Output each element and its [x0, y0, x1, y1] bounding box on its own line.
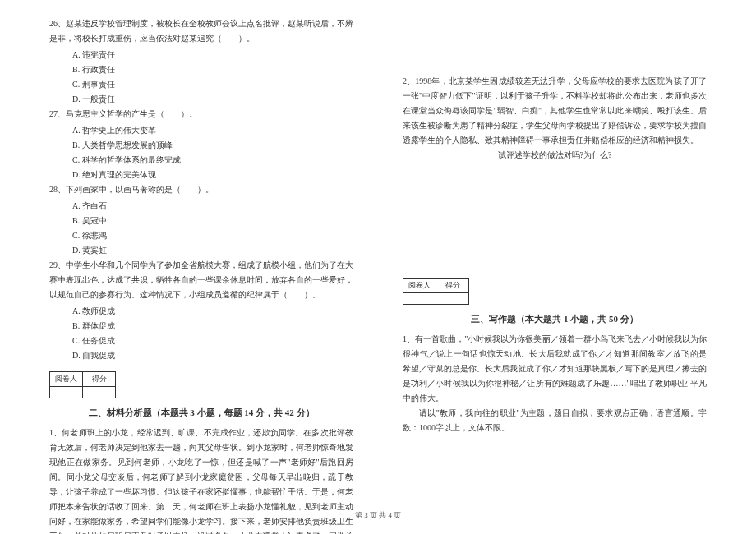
score-box3-grader-label: 阅卷人	[403, 279, 436, 293]
q29-stem: 29、中学生小华和几个同学为了参加全省航模大赛，组成了航模小组，他们为了在大赛中…	[49, 258, 353, 302]
q28-opt-b: B. 吴冠中	[72, 214, 353, 228]
section3-title: 三、写作题（本大题共 1 小题，共 50 分）	[403, 313, 707, 325]
q28-options: A. 齐白石 B. 吴冠中 C. 徐悲鸿 D. 黄宾虹	[49, 199, 353, 258]
right-column: 2、1998年，北京某学生因成绩较差无法升学，父母应学校的要求去医院为孩子开了一…	[378, 16, 715, 526]
q29-opt-a: A. 教师促成	[72, 304, 353, 319]
q27-stem: 27、马克思主义哲学的产生是（ ）。	[49, 107, 353, 122]
q27-options: A. 哲学史上的伟大变革 B. 人类哲学思想发展的顶峰 C. 科学的哲学体系的最…	[49, 123, 353, 182]
score-box-section2: 阅卷人 得分	[49, 371, 116, 398]
q26-stem: 26、赵某违反学校管理制度，被校长在全校教师会议上点名批评，赵某听说后，不辨是非…	[49, 16, 353, 46]
score-box-score-label: 得分	[83, 372, 116, 387]
score-box-section3: 阅卷人 得分	[403, 278, 469, 305]
q29-options: A. 教师促成 B. 群体促成 C. 任务促成 D. 自我促成	[49, 304, 353, 363]
q29-opt-b: B. 群体促成	[72, 319, 353, 334]
left-column: 26、赵某违反学校管理制度，被校长在全校教师会议上点名批评，赵某听说后，不辨是非…	[41, 16, 378, 526]
analysis2-p2: 试评述学校的做法对吗?为什么?	[403, 148, 707, 163]
q29-opt-d: D. 自我促成	[72, 348, 353, 363]
q26-opt-b: B. 行政责任	[72, 62, 353, 77]
score-box-grader-value	[50, 387, 83, 398]
score-box3-grader-value	[403, 293, 436, 305]
q28-stem: 28、下列画家中，以画马著称的是（ ）。	[49, 182, 353, 197]
q27-opt-a: A. 哲学史上的伟大变革	[72, 123, 353, 138]
q28-opt-c: C. 徐悲鸿	[72, 228, 353, 243]
q26-opt-c: C. 刑事责任	[72, 77, 353, 92]
score-box3-score-value	[436, 293, 469, 305]
essay-p2: 请以"教师，我向往的职业"为主题，题目自拟，要求观点正确，语言通顺。字数：100…	[403, 406, 707, 435]
q27-opt-d: D. 绝对真理的完美体现	[72, 168, 353, 182]
q26-opt-d: D. 一般责任	[72, 92, 353, 107]
q29-opt-c: C. 任务促成	[72, 334, 353, 348]
q28-opt-d: D. 黄宾虹	[72, 243, 353, 258]
score-box-grader-label: 阅卷人	[50, 372, 83, 387]
q28-opt-a: A. 齐白石	[72, 199, 353, 214]
page-footer: 第 3 页 共 4 页	[0, 510, 756, 521]
analysis2-p1: 2、1998年，北京某学生因成绩较差无法升学，父母应学校的要求去医院为孩子开了一…	[403, 74, 707, 148]
q26-options: A. 违宪责任 B. 行政责任 C. 刑事责任 D. 一般责任	[49, 48, 353, 107]
section2-title: 二、材料分析题（本题共 3 小题，每题 14 分，共 42 分）	[49, 407, 353, 419]
top-spacer	[403, 16, 707, 74]
score-box-score-value	[83, 387, 116, 398]
q26-opt-a: A. 违宪责任	[72, 48, 353, 62]
q27-opt-c: C. 科学的哲学体系的最终完成	[72, 153, 353, 168]
mid-spacer	[403, 163, 707, 269]
essay-p1: 1、有一首歌曲，"小时候我以为你很美丽／领着一群小鸟飞来飞去／小时候我以为你很神…	[403, 332, 707, 406]
q27-opt-b: B. 人类哲学思想发展的顶峰	[72, 138, 353, 153]
score-box3-score-label: 得分	[436, 279, 469, 293]
